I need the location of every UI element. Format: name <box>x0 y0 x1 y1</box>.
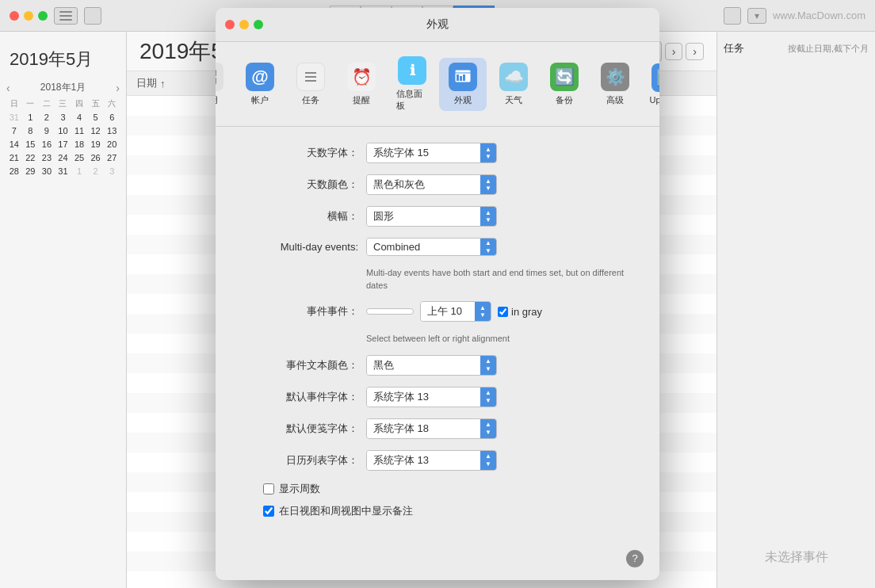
show-week-numbers-label[interactable]: 显示周数 <box>279 482 320 496</box>
multi-day-hint: Multi-day events have both start and end… <box>366 267 636 292</box>
event-text-color-select[interactable]: 黑色 ▲ ▼ <box>366 355 497 376</box>
dialog-title-bar: 外观 <box>216 8 659 42</box>
default-note-font-value: 系统字体 18 <box>367 419 480 438</box>
calendar-list-font-select[interactable]: 系统字体 13 ▲ ▼ <box>366 450 497 471</box>
default-event-font-select[interactable]: 系统字体 13 ▲ ▼ <box>366 387 497 407</box>
day-font-label: 天数字体： <box>239 146 366 160</box>
toolbar-backup[interactable]: 🔄 备份 <box>541 58 588 111</box>
width-arrows[interactable]: ▲ ▼ <box>480 207 496 226</box>
weather-icon: ☁️ <box>499 63 528 91</box>
event-text-color-row: 事件文本颜色： 黑色 ▲ ▼ <box>239 355 636 376</box>
event-font-row: 事件事件： 上午 10 ▲ ▼ in gray <box>239 301 636 322</box>
multi-day-arrows[interactable]: ▲ ▼ <box>480 239 496 255</box>
toolbar-updates[interactable]: ⬇️ Updates <box>642 59 659 109</box>
day-font-row: 天数字体： 系统字体 15 ▲ ▼ <box>239 143 636 163</box>
calendar-list-font-arrows[interactable]: ▲ ▼ <box>480 451 496 470</box>
default-event-font-value: 系统字体 13 <box>367 388 480 407</box>
svg-rect-3 <box>216 78 216 84</box>
default-event-font-control: 系统字体 13 ▲ ▼ <box>366 387 636 407</box>
show-notes-label[interactable]: 在日视图和周视图中显示备注 <box>279 504 413 518</box>
dashboard-label: 信息面板 <box>396 88 428 112</box>
dialog-close[interactable] <box>225 20 235 29</box>
default-note-font-select[interactable]: 系统字体 18 ▲ ▼ <box>366 418 497 439</box>
toolbar-advanced[interactable]: ⚙️ 高级 <box>591 58 639 111</box>
width-select[interactable]: 圆形 ▲ ▼ <box>366 206 497 227</box>
event-text-color-control: 黑色 ▲ ▼ <box>366 355 636 376</box>
show-notes-checkbox[interactable] <box>263 506 274 517</box>
day-font-control: 系统字体 15 ▲ ▼ <box>366 143 636 163</box>
event-text-color-arrows[interactable]: ▲ ▼ <box>480 356 496 375</box>
advanced-label: 高级 <box>606 94 624 106</box>
time-arrows[interactable]: ▲ ▼ <box>475 302 491 321</box>
calendar-list-font-value: 系统字体 13 <box>367 451 480 470</box>
toolbar-general[interactable]: 通用 <box>216 58 233 111</box>
day-font-arrows[interactable]: ▲ ▼ <box>480 143 496 162</box>
time-select-wrapper: 上午 10 ▲ ▼ in gray <box>366 301 542 322</box>
dialog-toolbar: 通用 @ 帐户 任务 ⏰ 提醒 <box>216 42 659 127</box>
show-week-numbers-checkbox[interactable] <box>263 483 274 494</box>
tasks-icon <box>296 63 325 91</box>
dialog-traffic-lights <box>225 20 263 29</box>
toolbar-dashboard[interactable]: ℹ 信息面板 <box>388 52 436 116</box>
dialog-overlay: 外观 通用 @ 帐户 <box>0 0 875 588</box>
width-label: 横幅： <box>239 209 366 223</box>
svg-rect-9 <box>457 74 459 81</box>
event-text-color-value: 黑色 <box>367 356 480 375</box>
default-event-font-label: 默认事件字体： <box>239 390 366 404</box>
multi-day-row: Multi-day events: Combined ▲ ▼ <box>239 238 636 256</box>
multi-day-select[interactable]: Combined ▲ ▼ <box>366 238 497 256</box>
day-font-select[interactable]: 系统字体 15 ▲ ▼ <box>366 143 497 163</box>
toolbar-account[interactable]: @ 帐户 <box>236 58 284 111</box>
advanced-icon: ⚙️ <box>601 63 629 91</box>
updates-icon: ⬇️ <box>651 63 659 92</box>
toolbar-tasks[interactable]: 任务 <box>287 58 334 111</box>
width-value: 圆形 <box>367 207 480 226</box>
dashboard-icon: ℹ <box>398 56 426 85</box>
toolbar-reminder[interactable]: ⏰ 提醒 <box>338 58 385 111</box>
reminder-label: 提醒 <box>353 94 370 106</box>
time-input-area <box>366 308 414 315</box>
in-gray-checkbox[interactable] <box>498 307 508 317</box>
multi-day-value: Combined <box>367 239 480 255</box>
default-note-font-row: 默认便笺字体： 系统字体 18 ▲ ▼ <box>239 418 636 439</box>
day-color-row: 天数颜色： 黑色和灰色 ▲ ▼ <box>239 174 636 195</box>
dialog-title: 外观 <box>426 17 449 32</box>
day-color-label: 天数颜色： <box>239 178 366 192</box>
tasks-label: 任务 <box>302 94 319 106</box>
dialog-minimize[interactable] <box>239 20 249 29</box>
general-label: 通用 <box>216 94 218 106</box>
event-font-hint: Select between left or right alignment <box>366 333 636 345</box>
default-note-font-control: 系统字体 18 ▲ ▼ <box>366 418 636 439</box>
multi-day-control: Combined ▲ ▼ <box>366 238 636 256</box>
toolbar-weather[interactable]: ☁️ 天气 <box>490 58 537 111</box>
event-font-label: 事件事件： <box>239 304 366 319</box>
day-color-select[interactable]: 黑色和灰色 ▲ ▼ <box>366 174 497 195</box>
help-button[interactable]: ? <box>626 550 644 567</box>
day-color-arrows[interactable]: ▲ ▼ <box>480 175 496 194</box>
in-gray-row: in gray <box>498 306 542 318</box>
default-note-font-label: 默认便笺字体： <box>239 422 366 436</box>
event-text-color-label: 事件文本颜色： <box>239 358 366 372</box>
toolbar-appearance[interactable]: 外观 <box>439 58 487 111</box>
default-event-font-arrows[interactable]: ▲ ▼ <box>480 388 496 407</box>
time-select[interactable]: 上午 10 ▲ ▼ <box>420 301 491 322</box>
dialog-zoom[interactable] <box>254 20 263 29</box>
multi-day-label: Multi-day events: <box>239 241 366 253</box>
account-label: 帐户 <box>251 94 269 106</box>
svg-rect-10 <box>460 76 462 81</box>
dialog-content: 天数字体： 系统字体 15 ▲ ▼ 天数颜色： 黑色和灰色 <box>216 127 659 541</box>
default-event-font-row: 默认事件字体： 系统字体 13 ▲ ▼ <box>239 387 636 407</box>
day-font-value: 系统字体 15 <box>367 143 480 162</box>
calendar-list-font-label: 日历列表字体： <box>239 453 366 468</box>
backup-icon: 🔄 <box>550 63 579 91</box>
default-note-font-arrows[interactable]: ▲ ▼ <box>480 419 496 438</box>
calendar-list-font-control: 系统字体 13 ▲ ▼ <box>366 450 636 471</box>
width-row: 横幅： 圆形 ▲ ▼ <box>239 206 636 227</box>
dialog-footer: ? <box>216 542 659 580</box>
in-gray-label[interactable]: in gray <box>511 306 542 318</box>
day-color-control: 黑色和灰色 ▲ ▼ <box>366 174 636 195</box>
account-icon: @ <box>246 63 274 91</box>
backup-label: 备份 <box>556 94 573 106</box>
svg-rect-11 <box>463 74 465 81</box>
show-notes-row: 在日视图和周视图中显示备注 <box>239 504 636 518</box>
